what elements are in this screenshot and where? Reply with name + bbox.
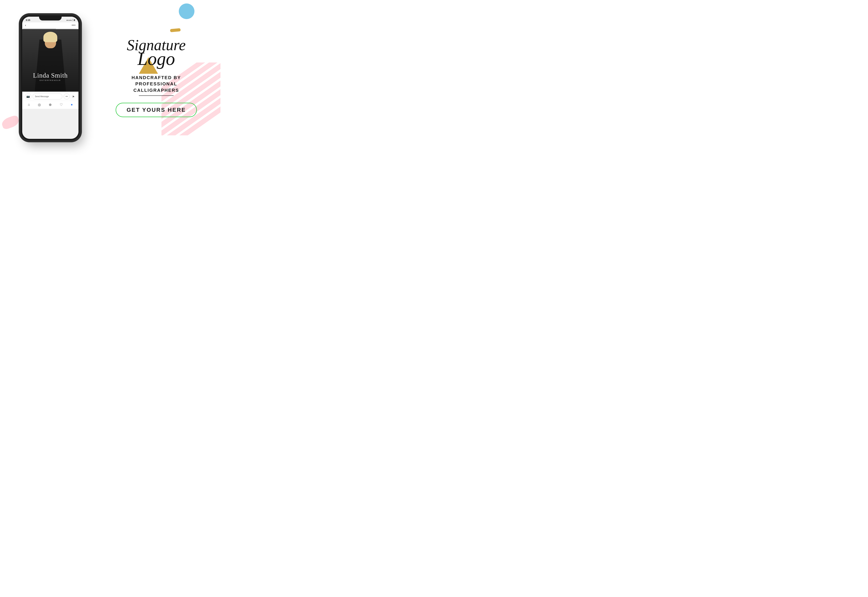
ig-actions-row: 📷 Send Message ••• ➤ <box>25 94 76 100</box>
subtitle-divider <box>139 95 174 96</box>
signature-subtitle: ENTERPRENEUR <box>22 79 79 81</box>
person-figure <box>22 29 79 92</box>
ig-bottom-nav: ⌂ ◎ ⊕ ♡ ● <box>22 101 79 109</box>
signal-icon: ▲▲▲ <box>66 19 72 21</box>
main-layout: 3:15 ▲▲▲ ⟆ ▮ ‹ ••• <box>0 0 226 155</box>
ig-back-button[interactable]: ‹ <box>25 24 26 27</box>
wifi-icon: ⟆ <box>73 19 73 21</box>
nav-home-icon[interactable]: ⌂ <box>28 102 30 107</box>
phone-screen: 3:15 ▲▲▲ ⟆ ▮ ‹ ••• <box>22 17 79 139</box>
phone-frame: 3:15 ▲▲▲ ⟆ ▮ ‹ ••• <box>21 15 80 140</box>
subtitle-text: HANDCRAFTED BY PROFESSIONAL CALLIGRAPHER… <box>132 74 181 96</box>
cta-text: GET YOURS HERE <box>126 107 186 113</box>
ig-camera-button[interactable]: 📷 <box>25 94 31 100</box>
nav-search-icon[interactable]: ◎ <box>38 102 41 107</box>
cta-button[interactable]: GET YOURS HERE <box>116 103 197 117</box>
status-icons: ▲▲▲ ⟆ ▮ <box>66 19 75 21</box>
nav-heart-icon[interactable]: ♡ <box>60 102 63 107</box>
ig-post-image: Linda Smith ENTERPRENEUR <box>22 29 79 92</box>
right-content: Signature Logo HANDCRAFTED BY PROFESSION… <box>97 38 215 117</box>
signature-name: Linda Smith <box>22 72 79 79</box>
ig-message-button[interactable]: Send Message <box>33 94 62 100</box>
ig-topbar: ‹ ••• <box>22 22 79 29</box>
ig-send-button[interactable]: ➤ <box>70 93 76 100</box>
phone-mockup: 3:15 ▲▲▲ ⟆ ▮ ‹ ••• <box>14 15 87 140</box>
phone-notch <box>39 15 62 21</box>
ig-actions-area: 📷 Send Message ••• ➤ <box>22 92 79 101</box>
nav-profile-icon[interactable]: ● <box>71 102 73 107</box>
subtitle-line2: PROFESSIONAL <box>132 81 181 87</box>
signature-overlay: Linda Smith ENTERPRENEUR <box>22 72 79 81</box>
subtitle-line3: CALLIGRAPHERS <box>132 87 181 94</box>
nav-add-icon[interactable]: ⊕ <box>49 102 52 107</box>
person-hair <box>43 32 57 42</box>
status-time: 3:15 <box>26 19 30 21</box>
ig-message-label: Send Message <box>35 95 49 98</box>
ig-options-button[interactable]: ••• <box>64 94 70 100</box>
battery-icon: ▮ <box>74 19 75 21</box>
title-logo: Logo <box>137 50 175 67</box>
ig-more-options[interactable]: ••• <box>72 24 76 27</box>
subtitle-line1: HANDCRAFTED BY <box>132 74 181 81</box>
